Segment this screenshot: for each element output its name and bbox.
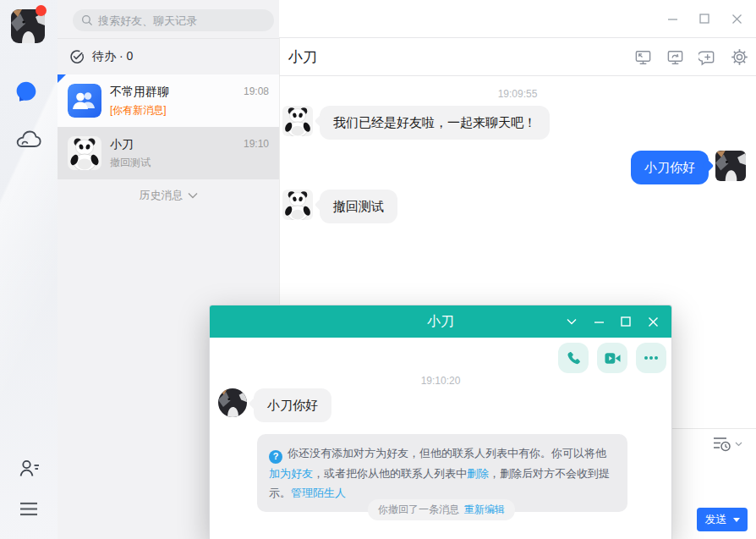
maximize-button[interactable]	[693, 8, 715, 29]
search-bar[interactable]	[73, 9, 274, 31]
collapse-chevron-button[interactable]	[562, 311, 582, 332]
recall-text: 你撤回了一条消息	[378, 503, 459, 517]
recall-notice-row: 你撤回了一条消息 重新编辑	[210, 499, 673, 520]
panda-avatar	[68, 136, 101, 170]
popup-window-controls	[562, 305, 663, 338]
minimize-button[interactable]	[661, 8, 683, 29]
chat-title: 小刀	[288, 47, 317, 67]
chat-list-item-group[interactable]: 不常用群聊 [你有新消息] 19:08	[58, 74, 279, 127]
more-actions-button[interactable]	[636, 343, 666, 373]
message-records-icon	[713, 436, 731, 452]
message-row: 小刀你好	[218, 388, 331, 422]
phone-icon	[566, 350, 581, 366]
cloud-drive-icon[interactable]	[14, 128, 42, 154]
panda-avatar[interactable]	[282, 190, 313, 220]
main-menu-hamburger-icon[interactable]	[19, 502, 38, 520]
chevron-down-icon	[188, 192, 198, 199]
chat-popup-window: 小刀	[209, 305, 672, 539]
popup-title: 小刀	[427, 313, 454, 331]
qq-app-window: 待办 · 0 不常用群聊 [你有新消息] 19:08	[0, 0, 756, 539]
chevron-down-icon	[735, 442, 742, 447]
chat-item-subtitle: 撤回测试	[110, 156, 151, 170]
divider	[279, 75, 756, 76]
messages-tab-icon[interactable]	[14, 80, 38, 107]
question-circle-icon: ?	[269, 450, 282, 464]
re-edit-link[interactable]: 重新编辑	[464, 503, 505, 517]
window-controls	[661, 8, 748, 29]
message-bubble[interactable]: 小刀你好	[254, 388, 331, 422]
voice-call-button[interactable]	[558, 343, 589, 373]
search-input[interactable]	[98, 14, 250, 27]
settings-gear-icon[interactable]	[730, 47, 749, 67]
recall-notice-pill: 你撤回了一条消息 重新编辑	[368, 499, 515, 520]
history-messages-label: 历史消息	[140, 188, 184, 203]
message-timestamp: 19:10:20	[210, 375, 671, 387]
unread-flag-corner	[58, 74, 66, 83]
close-button[interactable]	[726, 8, 748, 29]
todo-check-icon	[69, 49, 85, 64]
message-bubble[interactable]: 我们已经是好友啦，一起来聊天吧！	[320, 106, 550, 140]
husky-avatar[interactable]	[715, 151, 746, 181]
chat-item-time: 19:10	[244, 138, 269, 150]
todo-row[interactable]: 待办 · 0	[58, 39, 279, 74]
more-dots-icon	[644, 355, 659, 360]
husky-avatar[interactable]	[218, 388, 247, 417]
notice-text: 你还没有添加对方为好友，但他的联系人列表中有你。你可以将他	[288, 447, 606, 459]
chat-item-title: 小刀	[110, 137, 134, 152]
popup-call-toolbar	[558, 343, 666, 373]
chat-item-title: 不常用群聊	[110, 85, 169, 100]
todo-label: 待办 · 0	[92, 49, 133, 64]
chat-list-item-xiaodao[interactable]: 小刀 撤回测试 19:10	[58, 127, 279, 179]
message-row: 小刀你好	[279, 151, 756, 184]
notification-badge	[36, 5, 47, 16]
popup-minimize-button[interactable]	[589, 311, 609, 332]
add-friend-link[interactable]: 加为好友	[269, 467, 313, 480]
message-bubble[interactable]: 撤回测试	[320, 190, 397, 223]
launch-app-icon[interactable]	[666, 47, 685, 67]
message-row: 撤回测试	[279, 190, 756, 223]
message-records-button[interactable]	[713, 436, 742, 452]
message-timestamp: 19:09:55	[279, 88, 756, 100]
message-row: 我们已经是好友啦，一起来聊天吧！	[279, 106, 756, 140]
video-call-button[interactable]	[597, 343, 627, 373]
send-button-label: 发送	[705, 512, 727, 527]
chat-header: 小刀	[279, 38, 756, 76]
panda-avatar[interactable]	[282, 106, 313, 136]
popup-close-button[interactable]	[643, 311, 663, 332]
contacts-shortcut-icon[interactable]	[18, 458, 41, 483]
sidebar	[0, 0, 58, 539]
message-bubble[interactable]: 小刀你好	[631, 151, 709, 184]
chat-item-time: 19:08	[244, 85, 269, 97]
history-messages-toggle[interactable]: 历史消息	[58, 183, 279, 208]
popup-maximize-button[interactable]	[616, 311, 636, 332]
screen-share-icon[interactable]	[633, 47, 653, 67]
add-panel-icon[interactable]	[698, 47, 717, 67]
send-options-caret-icon[interactable]	[733, 518, 740, 522]
chat-item-subtitle: [你有新消息]	[110, 103, 167, 118]
send-button[interactable]: 发送	[697, 508, 748, 531]
manage-strangers-link[interactable]: 管理陌生人	[291, 487, 346, 499]
delete-link[interactable]: 删除	[467, 467, 489, 480]
video-camera-icon	[605, 352, 621, 365]
search-icon	[81, 14, 93, 26]
group-avatar	[68, 84, 101, 118]
notice-text: ，或者把你从他的联系人列表中	[313, 467, 467, 480]
